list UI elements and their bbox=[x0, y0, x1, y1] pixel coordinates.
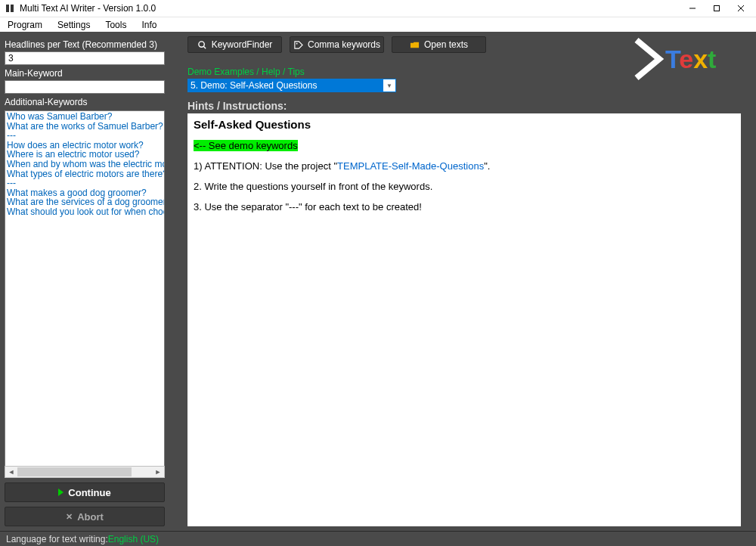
hints-line-2: 2. Write the questions yourself in front… bbox=[194, 181, 735, 192]
svg-rect-3 bbox=[714, 6, 720, 11]
hints-label: Hints / Instructions: bbox=[187, 100, 741, 112]
additional-keywords-label: Additional-Keywords bbox=[5, 97, 165, 107]
comma-keywords-button[interactable]: Comma keywords bbox=[290, 36, 384, 53]
hints-line-1: 1) ATTENTION: Use the project "TEMPLATE-… bbox=[194, 160, 735, 172]
folder-icon bbox=[410, 40, 420, 50]
title-bar: Multi Text AI Writer - Version 1.0.0 bbox=[0, 0, 756, 17]
status-language: English (US) bbox=[108, 534, 159, 544]
toolbar: KeywordFinder Comma keywords Open texts bbox=[187, 36, 741, 53]
additional-keywords-textarea[interactable]: Who was Samuel Barber?What are the works… bbox=[5, 110, 165, 467]
keyword-line[interactable]: --- bbox=[7, 178, 163, 188]
menu-info[interactable]: Info bbox=[134, 17, 164, 32]
abort-button-label: Abort bbox=[77, 511, 104, 523]
keyword-line[interactable]: --- bbox=[7, 131, 163, 141]
demo-select[interactable]: 5. Demo: Self-Asked Questions ▼ bbox=[187, 79, 396, 92]
comma-keywords-label: Comma keywords bbox=[308, 39, 380, 50]
open-texts-button[interactable]: Open texts bbox=[392, 36, 486, 53]
status-bar: Language for text writing: English (US) bbox=[0, 531, 756, 546]
window-controls bbox=[680, 0, 753, 17]
keywords-horizontal-scrollbar[interactable]: ◄ ► bbox=[5, 466, 165, 478]
open-texts-label: Open texts bbox=[424, 39, 468, 50]
scroll-left-arrow-icon[interactable]: ◄ bbox=[5, 467, 17, 477]
demo-examples-label: Demo Examples / Help / Tips bbox=[187, 67, 741, 77]
headlines-label: Headlines per Text (Recommended 3) bbox=[5, 39, 165, 50]
headlines-input[interactable] bbox=[5, 51, 165, 65]
template-link[interactable]: TEMPLATE-Self-Made-Questions bbox=[337, 160, 484, 172]
keyword-line[interactable]: When and by whom was the electric motor … bbox=[7, 160, 163, 169]
x-icon: ✕ bbox=[66, 512, 73, 522]
continue-button-label: Continue bbox=[68, 487, 110, 498]
magnifier-icon bbox=[197, 40, 207, 50]
main-area: Headlines per Text (Recommended 3) Main-… bbox=[0, 32, 756, 531]
demo-select-value: 5. Demo: Self-Asked Questions bbox=[188, 79, 383, 92]
svg-point-9 bbox=[296, 42, 298, 44]
right-panel: Text KeywordFinder Comma keywords bbox=[169, 32, 756, 531]
close-button[interactable] bbox=[729, 0, 753, 17]
see-demo-highlight: <-- See demo keywords bbox=[194, 140, 298, 151]
maximize-button[interactable] bbox=[705, 0, 729, 17]
tag-icon bbox=[293, 40, 303, 50]
play-icon bbox=[58, 489, 64, 496]
keyword-line[interactable]: What are the works of Samuel Barber? bbox=[7, 122, 163, 132]
keyword-line[interactable]: What should you look out for when choosi… bbox=[7, 207, 163, 217]
svg-rect-0 bbox=[6, 5, 9, 12]
keyword-finder-label: KeywordFinder bbox=[212, 39, 273, 50]
abort-button[interactable]: ✕ Abort bbox=[5, 507, 165, 526]
menu-settings[interactable]: Settings bbox=[50, 17, 98, 32]
keyword-finder-button[interactable]: KeywordFinder bbox=[187, 36, 282, 53]
menu-program[interactable]: Program bbox=[0, 17, 50, 32]
hints-title: Self-Asked Questions bbox=[194, 118, 735, 131]
continue-button[interactable]: Continue bbox=[5, 482, 165, 502]
hints-line-3: 3. Use the separator "---" for each text… bbox=[194, 201, 735, 213]
left-panel: Headlines per Text (Recommended 3) Main-… bbox=[0, 32, 169, 531]
hints-content: Self-Asked Questions <-- See demo keywor… bbox=[187, 113, 741, 526]
menu-bar: Program Settings Tools Info bbox=[0, 17, 756, 32]
scroll-right-arrow-icon[interactable]: ► bbox=[152, 467, 164, 477]
minimize-button[interactable] bbox=[680, 0, 705, 17]
chevron-down-icon: ▼ bbox=[383, 82, 395, 89]
svg-rect-1 bbox=[11, 5, 14, 12]
menu-tools[interactable]: Tools bbox=[98, 17, 134, 32]
window-title: Multi Text AI Writer - Version 1.0.0 bbox=[20, 3, 680, 14]
main-keyword-input[interactable] bbox=[5, 80, 165, 94]
status-prefix: Language for text writing: bbox=[6, 534, 108, 544]
keyword-line[interactable]: Who was Samuel Barber? bbox=[7, 112, 163, 122]
svg-line-8 bbox=[203, 46, 206, 48]
main-keyword-label: Main-Keyword bbox=[5, 68, 165, 79]
svg-point-7 bbox=[198, 41, 203, 46]
app-icon bbox=[5, 3, 15, 14]
keyword-line[interactable]: What types of electric motors are there? bbox=[7, 169, 163, 179]
